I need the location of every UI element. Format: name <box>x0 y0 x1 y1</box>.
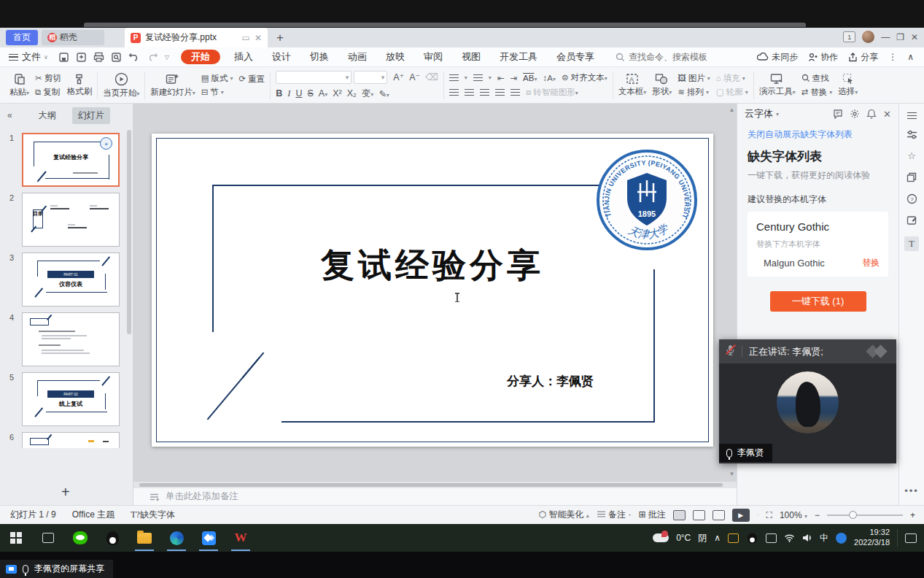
normal-view-icon[interactable] <box>673 510 686 520</box>
notes-bar[interactable]: 单击此处添加备注 <box>133 488 737 505</box>
font-name-select[interactable]: ▾ <box>276 71 352 84</box>
clear-format-icon[interactable]: ⌫ <box>425 72 438 82</box>
play-options-caret[interactable]: · <box>757 512 759 518</box>
tab-outline[interactable]: 大纲 <box>33 107 62 124</box>
redo-icon[interactable] <box>147 52 158 62</box>
superscript-button[interactable]: X² <box>333 88 342 99</box>
speaker-icon[interactable] <box>802 533 812 542</box>
highlight-button[interactable]: ✎▾ <box>378 88 389 99</box>
notification-center-icon[interactable] <box>905 533 917 543</box>
thumbnail-scrollbar[interactable] <box>127 130 131 334</box>
beautify-button[interactable]: ⬡ 智能美化 ▴ <box>539 509 589 521</box>
reset-button[interactable]: ⟳重置 <box>239 74 265 85</box>
qat-caret-icon[interactable]: ▽ <box>165 54 169 61</box>
close-panel-icon[interactable]: ✕ <box>883 109 891 120</box>
missing-font-status[interactable]: T?缺失字体 <box>131 509 175 521</box>
share-button[interactable]: 分享 <box>848 51 878 63</box>
slide-editor[interactable]: TIANJIN UNIVERSITY (PEIYANG UNIVERSITY) … <box>152 134 713 447</box>
copy-window-icon[interactable] <box>906 172 917 182</box>
decrease-indent-icon[interactable]: ⇤ <box>497 73 505 83</box>
phonetic-button[interactable]: 变▾ <box>362 88 374 100</box>
arrange-button[interactable]: ≋排列▾ <box>678 87 710 98</box>
present-tools-button[interactable]: 演示工具▾ <box>759 73 796 97</box>
decrease-font-icon[interactable]: A⁻ <box>409 72 420 82</box>
tab-document[interactable]: P 复试经验分享.pptx ▭ ✕ <box>125 28 268 47</box>
justify-icon[interactable] <box>495 89 505 96</box>
input-language[interactable]: 中 <box>820 532 828 544</box>
collaborate-button[interactable]: 协作 <box>808 51 838 63</box>
feedback-edit-icon[interactable] <box>906 215 917 226</box>
increase-indent-icon[interactable]: ⇥ <box>510 73 517 83</box>
cut-button[interactable]: ✂剪切 <box>35 73 61 84</box>
output-icon[interactable] <box>76 52 87 63</box>
picture-button[interactable]: 🖾图片▾ <box>678 73 710 84</box>
add-slide-button[interactable]: + <box>61 484 70 501</box>
command-search[interactable] <box>616 52 738 62</box>
sync-status[interactable]: 未同步 <box>757 51 798 63</box>
text-tool-button[interactable]: T <box>904 236 919 251</box>
weather-icon[interactable] <box>653 533 669 542</box>
screen-share-indicator[interactable]: 李佩贤的屏幕共享 <box>0 560 113 578</box>
device-tray-icon[interactable] <box>766 533 777 543</box>
new-slide-button[interactable]: 新建幻灯片▾ <box>150 73 195 98</box>
font-size-select[interactable]: ▾ <box>354 71 387 84</box>
copy-button[interactable]: ⧉复制 <box>35 87 61 98</box>
play-from-current-button[interactable]: 当页开始▾ <box>103 72 139 99</box>
menu-design[interactable]: 设计 <box>263 50 300 63</box>
menu-member[interactable]: 会员专享 <box>547 50 604 63</box>
text-direction-button[interactable]: AB▾ <box>523 74 537 82</box>
number-list-icon[interactable] <box>473 74 483 81</box>
reading-view-icon[interactable] <box>713 510 725 520</box>
defender-shield-icon[interactable] <box>836 533 847 544</box>
fit-window-icon[interactable]: ⛶ <box>766 510 772 520</box>
wps-office-icon[interactable]: W <box>225 524 257 552</box>
close-document-icon[interactable]: ✕ <box>255 33 262 43</box>
more-menu-icon[interactable]: ⋮ <box>888 52 897 62</box>
meeting-header[interactable]: 正在讲话: 李佩贤; <box>719 339 896 363</box>
replace-button[interactable]: ⇄替换▾ <box>801 87 833 98</box>
align-text-button[interactable]: ⊜ 对齐文本▾ <box>562 72 607 83</box>
restore-button[interactable]: ❐ <box>896 32 904 42</box>
menu-animation[interactable]: 动画 <box>338 50 376 63</box>
slideshow-play-button[interactable]: ▶ <box>732 509 750 522</box>
line-spacing-icon[interactable]: ↕A▾ <box>543 74 555 82</box>
panel-caret-icon[interactable]: ▾ <box>776 111 779 117</box>
comment-mode-icon[interactable]: ▭ <box>242 33 250 43</box>
theme-name[interactable]: Office 主题 <box>72 509 114 521</box>
font-color-button[interactable]: A▾ <box>319 88 327 99</box>
align-right-icon[interactable] <box>480 89 489 96</box>
feedback-bubble-icon[interactable] <box>833 109 843 119</box>
strikethrough-button[interactable]: S <box>307 88 313 99</box>
help-icon[interactable]: ? <box>906 193 917 204</box>
distribute-icon[interactable] <box>510 89 520 96</box>
replace-link[interactable]: 替换 <box>862 257 880 269</box>
italic-button[interactable]: I <box>287 88 290 99</box>
paste-button[interactable]: 粘贴▾ <box>9 73 29 98</box>
wechat-icon[interactable] <box>64 524 96 552</box>
section-button[interactable]: ⊟节▾ <box>201 87 233 98</box>
slide-thumbnail-5[interactable]: PART 02 线上复试 <box>22 372 120 426</box>
disable-auto-show-link[interactable]: 关闭自动展示缺失字体列表 <box>748 128 888 141</box>
collapse-ribbon-icon[interactable]: ∧ <box>907 52 914 62</box>
start-button[interactable] <box>0 524 32 552</box>
slide-thumbnail-4[interactable] <box>22 312 120 366</box>
underline-button[interactable]: U <box>295 88 302 99</box>
task-window-badge[interactable]: 1 <box>843 31 855 42</box>
edge-browser-icon[interactable] <box>160 524 193 552</box>
qq-tray-icon[interactable] <box>748 533 757 543</box>
format-painter-button[interactable]: 格式刷 <box>67 74 93 97</box>
task-view-button[interactable] <box>32 524 64 552</box>
slide-presenter[interactable]: 分享人：李佩贤 <box>507 373 594 390</box>
menu-view[interactable]: 视图 <box>452 50 490 63</box>
bullet-list-icon[interactable] <box>449 74 459 81</box>
smart-graphic-button[interactable]: ⧈ 转智能图形▾ <box>526 87 578 98</box>
horizontal-scrollbar[interactable] <box>133 482 737 488</box>
align-left-icon[interactable] <box>449 89 459 96</box>
find-button[interactable]: 查找 <box>801 73 833 84</box>
slide-thumbnail-3[interactable]: PART 01 仪容仪表 <box>22 253 120 307</box>
notes-toggle-button[interactable]: 备注 · <box>597 509 632 521</box>
menu-devtools[interactable]: 开发工具 <box>490 50 547 63</box>
menu-slideshow[interactable]: 放映 <box>376 50 414 63</box>
more-tools-icon[interactable]: ••• <box>904 485 919 496</box>
print-icon[interactable] <box>93 52 104 63</box>
